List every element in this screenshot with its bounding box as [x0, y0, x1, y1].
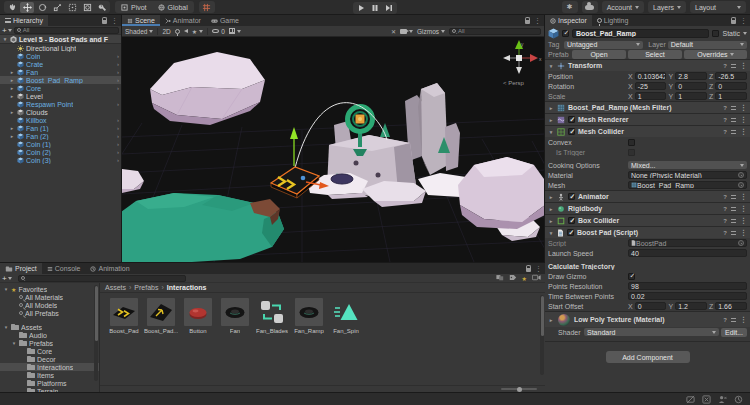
- active-checkbox[interactable]: [562, 30, 569, 37]
- prefab-more-icon[interactable]: [117, 53, 119, 59]
- help-icon[interactable]: [723, 205, 727, 212]
- scene-viewport[interactable]: y x < Persp: [122, 37, 544, 262]
- prefab-more-icon[interactable]: [117, 133, 119, 139]
- hierarchy-item-coin[interactable]: Coin: [0, 52, 121, 60]
- play-button[interactable]: [354, 2, 368, 13]
- component-menu-icon[interactable]: [740, 104, 747, 112]
- boost-pad-script-component-header[interactable]: Boost Pad (Script): [545, 226, 750, 238]
- prefab-more-icon[interactable]: [117, 117, 119, 123]
- hierarchy-item-fan-1-[interactable]: Fan (1): [0, 124, 121, 132]
- preset-icon[interactable]: [731, 195, 736, 199]
- asset-tile-boost-pad[interactable]: Boost_Pad: [110, 298, 138, 334]
- scene-search-input[interactable]: All: [449, 28, 541, 35]
- scene-audio-toggle-icon[interactable]: [184, 29, 188, 33]
- script-field[interactable]: BoostPad: [628, 239, 747, 247]
- help-icon[interactable]: [723, 316, 727, 323]
- scale-z-field[interactable]: 1: [715, 92, 747, 100]
- hierarchy-item-coin-2-[interactable]: Coin (2): [0, 148, 121, 156]
- draw-gizmo-checkbox[interactable]: [628, 273, 635, 280]
- custom-tool-icon[interactable]: [95, 2, 109, 13]
- cache-server-status-icon[interactable]: [686, 395, 695, 404]
- foldout-icon[interactable]: [548, 317, 554, 323]
- preset-icon[interactable]: [731, 64, 736, 68]
- hierarchy-item-directional-light[interactable]: Directional Light: [0, 44, 121, 52]
- help-icon[interactable]: [723, 62, 727, 69]
- foldout-icon[interactable]: [9, 93, 15, 99]
- gizmo-center-handle[interactable]: [301, 176, 306, 181]
- hierarchy-item-crate[interactable]: Crate: [0, 60, 121, 68]
- foldout-icon[interactable]: [548, 63, 554, 69]
- preset-icon[interactable]: [731, 118, 736, 122]
- component-enabled-checkbox[interactable]: [568, 193, 575, 200]
- lock-icon[interactable]: [102, 20, 107, 24]
- component-enabled-checkbox[interactable]: [568, 128, 575, 135]
- hierarchy-item-clouds[interactable]: Clouds: [0, 108, 121, 116]
- shader-edit-button[interactable]: Edit...: [721, 328, 747, 337]
- start-offset-x-field[interactable]: 0: [635, 302, 667, 310]
- foldout-icon[interactable]: [9, 125, 15, 131]
- position-x-field[interactable]: 0.1036429: [635, 72, 667, 80]
- physic-material-field[interactable]: None (Physic Material): [628, 171, 747, 179]
- shading-mode-dropdown[interactable]: Shaded: [125, 28, 153, 35]
- hierarchy-search-input[interactable]: All: [14, 27, 119, 34]
- points-resolution-field[interactable]: 98: [628, 282, 747, 290]
- project-tree-item-items[interactable]: Items: [0, 371, 99, 379]
- rect-tool-icon[interactable]: [65, 2, 79, 13]
- grid-scrollbar[interactable]: [540, 295, 544, 375]
- tab-console[interactable]: Console: [42, 263, 86, 274]
- hierarchy-item-fan[interactable]: Fan: [0, 68, 121, 76]
- shader-dropdown[interactable]: Standard: [584, 328, 719, 336]
- tab-inspector[interactable]: Inspector: [545, 15, 592, 26]
- panel-menu-icon[interactable]: [535, 265, 542, 273]
- gameobject-name-field[interactable]: Boost_Pad_Ramp: [572, 29, 709, 38]
- layout-dropdown[interactable]: Layout: [690, 1, 746, 13]
- help-icon[interactable]: [723, 116, 727, 123]
- foldout-icon[interactable]: [548, 105, 554, 111]
- layers-dropdown[interactable]: Layers: [648, 1, 686, 13]
- project-tree-item-platforms[interactable]: Platforms: [0, 379, 99, 387]
- prefab-more-icon[interactable]: [117, 69, 119, 75]
- foldout-icon[interactable]: [3, 286, 9, 292]
- grid-snap-icon[interactable]: [200, 2, 214, 13]
- panel-menu-icon[interactable]: [111, 17, 118, 25]
- project-tree-item-all-models[interactable]: All Models: [0, 301, 99, 309]
- add-component-button[interactable]: Add Component: [606, 351, 690, 363]
- panel-menu-icon[interactable]: [740, 17, 747, 25]
- mesh-filter-component-header[interactable]: Boost_Pad_Ramp (Mesh Filter): [545, 101, 750, 113]
- start-offset-z-field[interactable]: 1.66: [715, 302, 747, 310]
- time-between-points-field[interactable]: 0.02: [628, 292, 747, 300]
- foldout-icon[interactable]: [548, 230, 554, 236]
- create-asset-button[interactable]: [2, 274, 12, 283]
- layer-dropdown[interactable]: Default: [668, 41, 747, 49]
- asset-tile-button[interactable]: Button: [184, 298, 212, 334]
- project-tree-item-core[interactable]: Core: [0, 347, 99, 355]
- component-menu-icon[interactable]: [740, 128, 747, 136]
- foldout-icon[interactable]: [548, 218, 554, 224]
- scene-header-row[interactable]: Level 5 - Boost Pads and F: [0, 35, 121, 44]
- foldout-icon[interactable]: [9, 69, 15, 75]
- hierarchy-item-core[interactable]: Core: [0, 84, 121, 92]
- position-z-field[interactable]: -26.5: [715, 72, 747, 80]
- help-icon[interactable]: [723, 104, 727, 111]
- search-by-type-icon[interactable]: [496, 274, 504, 282]
- rotate-tool-icon[interactable]: [35, 2, 49, 13]
- prefab-more-icon[interactable]: [117, 61, 119, 67]
- cooking-options-dropdown[interactable]: Mixed...: [628, 161, 747, 169]
- lock-icon[interactable]: [526, 268, 531, 272]
- box-collider-component-header[interactable]: Box Collider: [545, 214, 750, 226]
- asset-tile-fan-spin[interactable]: Fan_Spin: [332, 298, 360, 334]
- rigidbody-component-header[interactable]: Rigidbody: [545, 202, 750, 214]
- hierarchy-item-fan-2-[interactable]: Fan (2): [0, 132, 121, 140]
- foldout-icon[interactable]: [9, 77, 15, 83]
- component-enabled-checkbox[interactable]: [567, 229, 574, 236]
- help-icon[interactable]: [723, 128, 727, 135]
- mesh-renderer-component-header[interactable]: Mesh Renderer: [545, 113, 750, 125]
- persp-label[interactable]: < Persp: [503, 80, 525, 86]
- asset-tile-fan[interactable]: Fan: [221, 298, 249, 334]
- project-tree-item-audio[interactable]: Audio: [0, 331, 99, 339]
- static-flags-dropdown[interactable]: [743, 32, 747, 35]
- hidden-packages-icon[interactable]: [532, 274, 541, 282]
- search-by-label-icon[interactable]: [509, 274, 517, 282]
- component-menu-icon[interactable]: [740, 316, 747, 324]
- rotation-z-field[interactable]: 0: [715, 82, 747, 90]
